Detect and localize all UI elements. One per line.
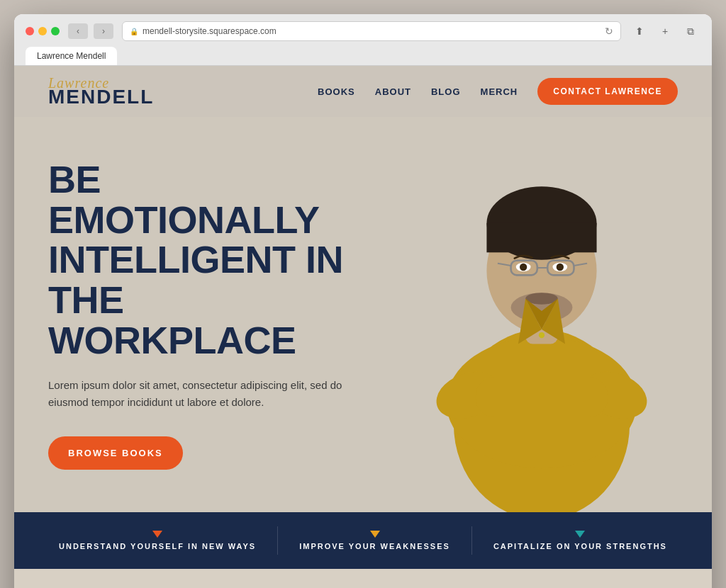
feature-item-2: IMPROVE YOUR WEAKNESSES	[299, 531, 450, 550]
active-tab[interactable]: Lawrence Mendell	[26, 47, 117, 65]
nav-links: BOOKS ABOUT BLOG MERCH CONTACT LAWRENCE	[318, 78, 678, 105]
address-bar[interactable]: 🔒 mendell-storysite.squarespace.com ↻	[122, 21, 621, 41]
browser-nav: ‹ ›	[68, 23, 113, 39]
share-button[interactable]: ⬆	[630, 23, 649, 39]
navbar: Lawrence MENDELL BOOKS ABOUT BLOG MERCH …	[14, 66, 712, 117]
feature-label-3: CAPITALIZE ON YOUR STRENGTHS	[493, 542, 667, 550]
forward-button[interactable]: ›	[94, 23, 113, 39]
feature-item-3: CAPITALIZE ON YOUR STRENGTHS	[493, 531, 667, 550]
contact-cta-button[interactable]: CONTACT LAWRENCE	[537, 78, 678, 105]
svg-rect-8	[486, 223, 596, 252]
logo-bold: MENDELL	[48, 87, 154, 107]
feature-label-1: UNDERSTAND YOURSELF IN NEW WAYS	[59, 542, 256, 550]
refresh-icon[interactable]: ↻	[605, 26, 613, 37]
feature-divider-1	[277, 526, 278, 555]
website-content: Lawrence MENDELL BOOKS ABOUT BLOG MERCH …	[14, 66, 712, 588]
back-icon: ‹	[77, 26, 79, 36]
browser-dots	[26, 27, 60, 35]
nav-blog[interactable]: BLOG	[431, 86, 461, 97]
tab-overview-icon: ⧉	[687, 26, 694, 38]
hero-section: BE EMOTIONALLY INTELLIGENT IN THE WORKPL…	[14, 117, 712, 512]
tab-overview-button[interactable]: ⧉	[681, 23, 700, 39]
new-tab-button[interactable]: +	[655, 23, 675, 39]
nav-books[interactable]: BOOKS	[318, 86, 355, 97]
feature-indicator-3	[575, 531, 585, 538]
feature-indicator-1	[152, 531, 162, 538]
hero-subtitle: Lorem ipsum dolor sit amet, consectetur …	[48, 377, 346, 411]
maximize-dot[interactable]	[51, 27, 60, 35]
lock-icon: 🔒	[130, 28, 138, 35]
bottom-section	[14, 569, 712, 588]
browser-tabs: Lawrence Mendell	[26, 47, 700, 65]
browser-titlebar: ‹ › 🔒 mendell-storysite.squarespace.com …	[26, 21, 700, 41]
minimize-dot[interactable]	[38, 27, 47, 35]
hero-headline: BE EMOTIONALLY INTELLIGENT IN THE WORKPL…	[48, 159, 377, 360]
hero-person-image	[372, 117, 712, 512]
share-icon: ⬆	[635, 26, 644, 37]
nav-merch[interactable]: MERCH	[481, 86, 518, 97]
hero-content: BE EMOTIONALLY INTELLIGENT IN THE WORKPL…	[14, 117, 411, 512]
forward-icon: ›	[102, 26, 105, 36]
browser-actions: ⬆ + ⧉	[630, 23, 700, 39]
feature-item-1: UNDERSTAND YOURSELF IN NEW WAYS	[59, 531, 256, 550]
browser-window: ‹ › 🔒 mendell-storysite.squarespace.com …	[14, 14, 712, 588]
svg-point-13	[520, 264, 527, 271]
svg-point-23	[539, 332, 544, 338]
browse-books-button[interactable]: BROWSE BOOKS	[48, 436, 183, 470]
back-button[interactable]: ‹	[68, 23, 88, 39]
browser-chrome: ‹ › 🔒 mendell-storysite.squarespace.com …	[14, 14, 712, 66]
new-tab-icon: +	[662, 26, 668, 37]
feature-indicator-2	[370, 531, 380, 538]
features-bar: UNDERSTAND YOURSELF IN NEW WAYS IMPROVE …	[14, 512, 712, 569]
close-dot[interactable]	[26, 27, 34, 35]
logo[interactable]: Lawrence MENDELL	[48, 76, 154, 107]
svg-rect-4	[476, 377, 608, 417]
url-text: mendell-storysite.squarespace.com	[143, 26, 277, 36]
nav-about[interactable]: ABOUT	[375, 86, 411, 97]
feature-divider-2	[471, 526, 472, 555]
svg-point-14	[557, 264, 564, 271]
feature-label-2: IMPROVE YOUR WEAKNESSES	[299, 542, 450, 550]
